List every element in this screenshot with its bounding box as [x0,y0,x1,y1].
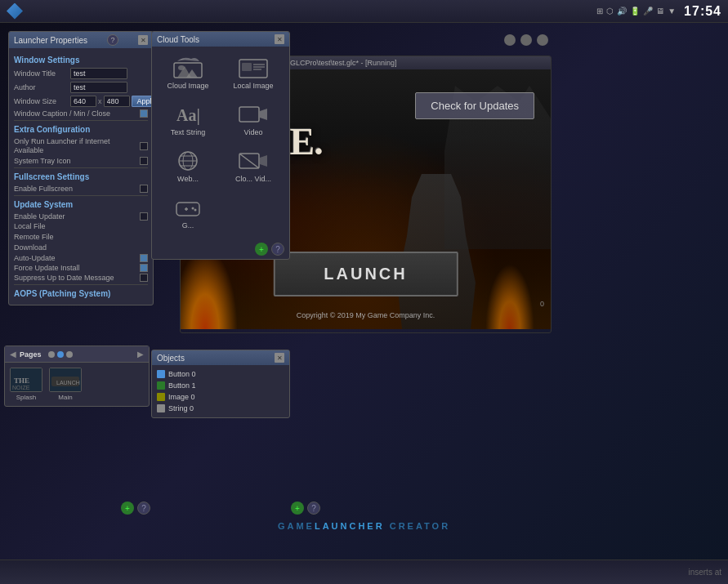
cloud-tools-help-button[interactable]: ? [271,243,284,256]
force-update-checkbox[interactable] [140,264,148,272]
system-tray-row: System Tray Icon [14,157,148,165]
auto-update-checkbox[interactable] [140,254,148,262]
text-string-icon: Aa| [173,103,203,126]
objects-title-label: Objects [157,354,185,363]
author-row: Author [14,82,148,93]
launcher-add-button[interactable]: + [121,502,134,515]
window-title-input[interactable] [70,68,127,79]
fullscreen-header: Fullscreen Settings [14,172,148,182]
cloud-help-button2[interactable]: ? [307,502,320,515]
cloud-tools-grid: Cloud Image Local Image [152,47,289,239]
svg-rect-10 [239,107,259,122]
main-page-thumb[interactable]: LAUNCH Main [49,368,82,401]
launcher-help-button[interactable]: ? [137,502,150,515]
pages-label: Pages [20,350,42,359]
cloud-tools-panel: Cloud Tools ✕ Cloud Image [151,31,290,260]
only-run-checkbox[interactable] [140,142,148,150]
objects-close-button[interactable]: ✕ [275,353,284,363]
author-input[interactable] [70,82,127,93]
help-icon[interactable]: ? [107,34,118,46]
apply-button[interactable]: Apply [132,96,154,107]
button0-color [157,370,165,378]
cloud-add-button2[interactable]: + [291,502,304,515]
suppress-row: Suppress Up to Date Message [14,274,148,282]
pages-panel: ◀ Pages ▶ THE NOIZE Splash [4,345,150,407]
video-tool[interactable]: Video [222,98,284,141]
text-string-tool[interactable]: Aa| Text String [157,98,219,141]
launcher-properties-title-label: Launcher Properties [14,36,87,45]
wm-close-button[interactable] [537,34,548,46]
taskbar-top: ⊞ ⬡ 🔊 🔋 🎤 🖥 ▼ 17:54 [0,0,728,23]
window-height-input[interactable] [104,96,130,107]
enable-fullscreen-label: Enable Fullscreen [14,185,140,193]
closed-vid-label: Clo... Vid... [235,175,271,183]
suppress-checkbox[interactable] [140,274,148,282]
svg-text:Aa|: Aa| [176,106,200,125]
wm-minimize-button[interactable] [504,34,516,46]
game-label: G... [182,221,194,230]
suppress-label: Suppress Up to Date Message [14,274,140,282]
force-update-row: Force Update Install [14,264,148,272]
local-image-icon [239,56,268,79]
game-tool[interactable]: G... [157,191,219,234]
battery-icon: 🔋 [630,7,640,16]
splash-page-thumbnail: THE NOIZE [10,368,42,392]
launcher-properties-close-button[interactable]: ✕ [138,35,148,45]
enable-updater-checkbox[interactable] [140,212,148,221]
string0-item[interactable]: String 0 [157,403,284,414]
counter-display: 0 [540,300,544,308]
status-inserts: inserts at [688,568,721,577]
cloud-image-icon [173,56,203,79]
svg-text:LAUNCH: LAUNCH [56,380,80,386]
system-tray-icons: ⊞ ⬡ 🔊 🔋 🎤 🖥 ▼ [596,7,676,16]
pages-tabs-bar: ◀ Pages ▶ [5,346,149,363]
svg-text:NOIZE: NOIZE [12,385,30,390]
network-icon: ⊞ [596,7,603,16]
launcher-properties-body: Window Settings Window Title Author Wind… [9,48,153,305]
taskbar-left [7,3,23,20]
monitor-icon: 🖥 [656,7,664,16]
launch-button[interactable]: LAUNCH [273,252,458,296]
check-updates-button[interactable]: Check for Updates [415,92,534,119]
window-title-label: Window Title [14,69,67,78]
wm-maximize-button[interactable] [520,34,532,46]
image0-item[interactable]: Image 0 [157,391,284,403]
extra-config-header: Extra Configuration [14,125,148,135]
text-string-label: Text String [171,128,206,136]
fire-effect-right [485,264,534,329]
closed-vid-tool[interactable]: Clo... Vid... [222,145,284,188]
string0-color [157,404,165,412]
svg-marker-11 [260,109,267,120]
enable-fullscreen-checkbox[interactable] [140,185,148,193]
cloud-tools-close-button[interactable]: ✕ [275,34,284,44]
desktop: Launcher Properties ? ✕ Window Settings … [0,23,728,559]
button0-item[interactable]: Button 0 [157,368,284,380]
pages-next-button[interactable]: ▶ [137,350,144,359]
launcher-properties-title-bar: Launcher Properties ? ✕ [9,32,153,48]
system-tray-checkbox[interactable] [140,157,148,165]
cloud-tools-add-button[interactable]: + [255,243,268,256]
clock-display: 17:54 [684,4,721,19]
cloud-tools-bottom: + ? [152,239,289,259]
window-title-row: Window Title [14,68,148,79]
web-tool[interactable]: Web... [157,145,219,188]
splash-page-thumb[interactable]: THE NOIZE Splash [10,368,42,401]
launcher-properties-panel: Launcher Properties ? ✕ Window Settings … [8,31,154,305]
download-row: Download [14,243,148,252]
bluetooth-icon: ⬡ [606,7,614,16]
local-image-label: Local Image [233,82,273,90]
pages-dot-1 [48,351,55,358]
pages-prev-button[interactable]: ◀ [10,350,16,359]
window-width-input[interactable] [70,96,96,107]
button1-item[interactable]: Button 1 [157,380,284,391]
enable-updater-label: Enable Updater [14,212,140,221]
pages-dot-3 [66,351,73,358]
button0-label: Button 0 [168,370,196,378]
local-image-tool[interactable]: Local Image [222,51,284,95]
auto-update-row: Auto-Update [14,254,148,262]
cloud-image-tool[interactable]: Cloud Image [157,51,219,95]
window-size-row: Window Size x Apply [14,96,148,107]
button1-label: Button 1 [168,381,196,390]
window-caption-checkbox[interactable] [140,109,148,118]
pages-content: THE NOIZE Splash LAUNCH Main [5,363,149,406]
